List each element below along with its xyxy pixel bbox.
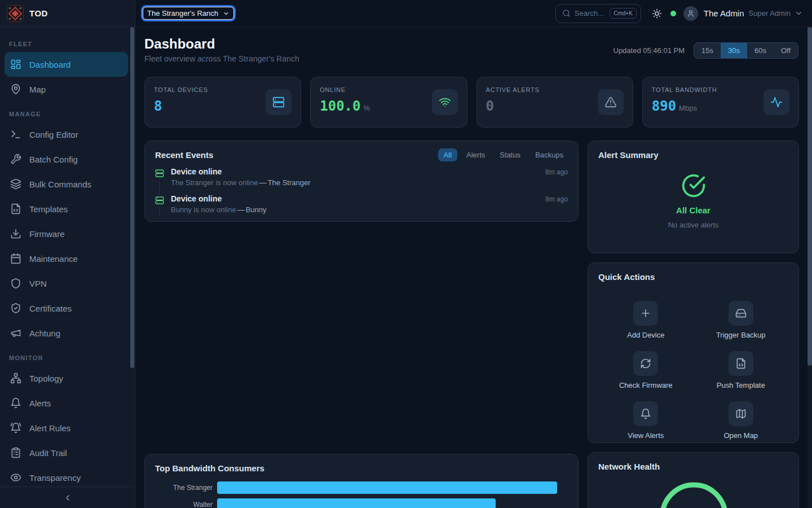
alert-summary-title: Alert Summary [598, 150, 659, 160]
shield-check-icon [10, 303, 21, 314]
open-map-button[interactable]: Open Map [696, 401, 786, 440]
sidebar-item-achtung[interactable]: Achtung [5, 321, 128, 345]
search-icon [562, 9, 571, 17]
tod-logo-icon [7, 5, 24, 22]
search-box[interactable]: Cmd+K [555, 4, 641, 23]
user-name: The Admin [704, 8, 744, 18]
quick-actions-card: Quick Actions Add Device Trigger Backup … [588, 262, 799, 443]
refresh-60s-button[interactable]: 60s [747, 43, 774, 58]
sidebar-item-label: Maintenance [29, 254, 78, 264]
calendar-icon [10, 253, 21, 264]
check-circle-icon [681, 173, 706, 198]
stat-value: 100.0 [320, 98, 360, 114]
sidebar-item-maintenance[interactable]: Maintenance [5, 246, 128, 271]
refresh-interval-segmented-control: 15s 30s 60s Off [694, 42, 798, 59]
updated-timestamp: Updated 05:46:01 PM [614, 46, 685, 55]
site-selector[interactable]: The Stranger's Ranch [143, 7, 234, 20]
sidebar-item-vpn[interactable]: VPN [5, 271, 128, 296]
bar-label: Walter [155, 501, 217, 508]
sidebar-item-label: Alerts [29, 398, 51, 408]
plus-icon [633, 301, 658, 326]
network-icon [10, 373, 21, 384]
view-alerts-button[interactable]: View Alerts [601, 401, 691, 440]
connection-status-dot [670, 11, 676, 16]
sidebar-item-label: Dashboard [29, 60, 70, 69]
timeline-connector [159, 207, 160, 216]
bandwidth-bar [217, 498, 496, 508]
sidebar-item-map[interactable]: Map [5, 77, 128, 102]
event-title: Device online [171, 167, 222, 176]
site-selector-value: The Stranger's Ranch [147, 9, 218, 17]
user-menu[interactable]: The Admin Super Admin [683, 6, 803, 21]
megaphone-icon [10, 327, 21, 339]
sidebar-item-alert-rules[interactable]: Alert Rules [5, 415, 128, 440]
sidebar-item-label: Certificates [29, 304, 72, 313]
sidebar-item-batch-config[interactable]: Batch Config [5, 147, 128, 172]
bar-row: The Stranger [155, 481, 568, 494]
add-device-button[interactable]: Add Device [601, 301, 691, 339]
sidebar-item-label: Topology [29, 374, 63, 383]
sidebar: TOD FLEET Dashboard Map MANAGE Config Ed… [0, 0, 135, 508]
bell-icon [633, 401, 658, 426]
sidebar-item-audit-trail[interactable]: Audit Trail [5, 440, 128, 465]
file-code-icon [10, 203, 21, 214]
stat-value: 890 [652, 98, 676, 114]
sidebar-item-bulk-commands[interactable]: Bulk Commands [5, 172, 128, 196]
sidebar-scrollbar[interactable] [130, 27, 134, 368]
refresh-30s-button[interactable]: 30s [721, 43, 747, 58]
stat-card-total-devices: TOTAL DEVICES 8 [144, 77, 301, 128]
server-icon [155, 169, 164, 178]
push-template-button[interactable]: Push Template [696, 351, 786, 389]
server-icon [266, 89, 292, 115]
quick-actions-title: Quick Actions [598, 272, 788, 282]
sidebar-item-dashboard[interactable]: Dashboard [5, 52, 128, 77]
stat-value: 0 [486, 98, 494, 114]
quick-actions-grid: Add Device Trigger Backup Check Firmware… [598, 301, 788, 440]
sidebar-item-alerts[interactable]: Alerts [5, 391, 128, 415]
user-role: Super Admin [749, 9, 791, 17]
search-input[interactable] [575, 9, 606, 17]
stats-row: TOTAL DEVICES 8 ONLINE 100.0% ACTIVE ALE… [144, 77, 799, 128]
sidebar-item-label: Config Editor [29, 130, 78, 139]
main-scrollbar[interactable] [807, 27, 812, 366]
alert-triangle-icon [598, 89, 624, 115]
network-health-card: Network Health 100 [588, 452, 799, 508]
bandwidth-consumers-card: Top Bandwidth Consumers The Stranger Wal… [144, 454, 579, 508]
theme-toggle-button[interactable] [652, 8, 662, 19]
event-row: Device online 8m ago Bunny is now online… [155, 194, 568, 221]
hard-drive-icon [729, 301, 753, 326]
user-icon [687, 10, 695, 17]
activity-icon [764, 89, 789, 115]
bar-row: Walter [155, 498, 568, 508]
brand: TOD [0, 0, 135, 27]
refresh-off-button[interactable]: Off [774, 43, 798, 58]
sidebar-item-templates[interactable]: Templates [5, 196, 128, 221]
filter-tab-backups[interactable]: Backups [529, 148, 569, 161]
sidebar-item-topology[interactable]: Topology [5, 366, 128, 391]
shield-icon [10, 278, 21, 289]
sidebar-item-config-editor[interactable]: Config Editor [5, 122, 128, 147]
filter-tab-all[interactable]: All [438, 148, 457, 161]
trigger-backup-button[interactable]: Trigger Backup [696, 301, 786, 339]
filter-tab-alerts[interactable]: Alerts [461, 148, 491, 161]
sidebar-collapse-button[interactable] [0, 487, 135, 508]
sidebar-item-certificates[interactable]: Certificates [5, 296, 128, 321]
sidebar-item-transparency[interactable]: Transparency [5, 465, 128, 486]
chevron-down-icon[interactable] [795, 9, 803, 17]
check-firmware-button[interactable]: Check Firmware [601, 351, 691, 389]
event-description: The Stranger is now online—The Stranger [171, 178, 568, 187]
avatar [683, 6, 698, 21]
events-list: Device online 8m ago The Stranger is now… [155, 167, 568, 221]
sidebar-item-label: VPN [29, 279, 47, 288]
sidebar-item-firmware[interactable]: Firmware [5, 221, 128, 246]
timeline-connector [159, 180, 160, 195]
filter-tab-status[interactable]: Status [494, 148, 526, 161]
sidebar-item-label: Achtung [29, 329, 60, 338]
sidebar-item-label: Transparency [29, 473, 81, 483]
bell-ring-icon [10, 422, 21, 433]
recent-events-card: Recent Events All Alerts Status Backups … [144, 141, 579, 222]
refresh-15s-button[interactable]: 15s [694, 43, 721, 58]
layout-dashboard-icon [10, 59, 21, 70]
wifi-icon [432, 89, 458, 115]
event-device: Bunny [246, 205, 267, 214]
